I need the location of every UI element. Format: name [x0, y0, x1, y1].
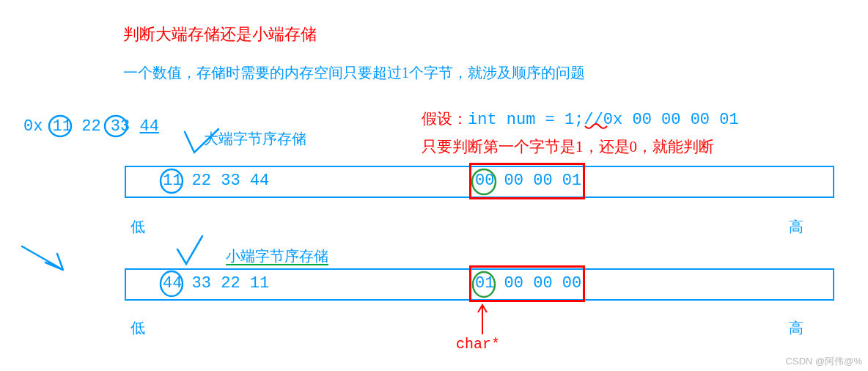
assume-prefix: 假设： [422, 110, 468, 128]
hex-b2: 22 [81, 117, 100, 136]
char-star-label: char* [456, 336, 500, 353]
watermark: CSDN @阿伟@% [786, 355, 862, 368]
assume-code: int num = 1;//0x 00 00 00 01 [468, 111, 739, 129]
assumption-line: 假设：int num = 1;//0x 00 00 00 01 [422, 109, 739, 129]
hex-b4: 44 [139, 117, 158, 136]
row2-highlight-frame [469, 265, 585, 302]
little-endian-text: 小端字节序存储 [226, 248, 328, 265]
hex-prefix: 0x [23, 117, 43, 136]
row2-left-bytes: 44 33 22 11 [163, 274, 269, 293]
row2-high-label: 高 [789, 318, 803, 338]
judge-line: 只要判断第一个字节是1，还是0，就能判断 [422, 136, 714, 157]
row2-low-label: 低 [130, 318, 145, 338]
diagram-subtitle: 一个数值，存储时需要的内存空间只要超过1个字节，就涉及顺序的问题 [123, 63, 585, 83]
diagram-title: 判断大端存储还是小端存储 [123, 23, 317, 45]
arrowhead-icon [478, 305, 487, 312]
hex-b3: 33 [111, 117, 130, 136]
big-endian-label: 大端字节序存储 [204, 129, 306, 149]
row1-highlight-frame [469, 163, 585, 199]
arrow-icon [22, 246, 63, 270]
row1-low-label: 低 [130, 217, 145, 237]
little-endian-label: 小端字节序存储 [226, 246, 328, 266]
check-arrow-icon [177, 236, 202, 264]
row1-left-bytes: 11 22 33 44 [163, 172, 269, 190]
hex-b1: 11 [53, 117, 72, 136]
hex-literal: 0x 11 22 33 44 [23, 117, 159, 136]
row1-high-label: 高 [789, 217, 803, 237]
